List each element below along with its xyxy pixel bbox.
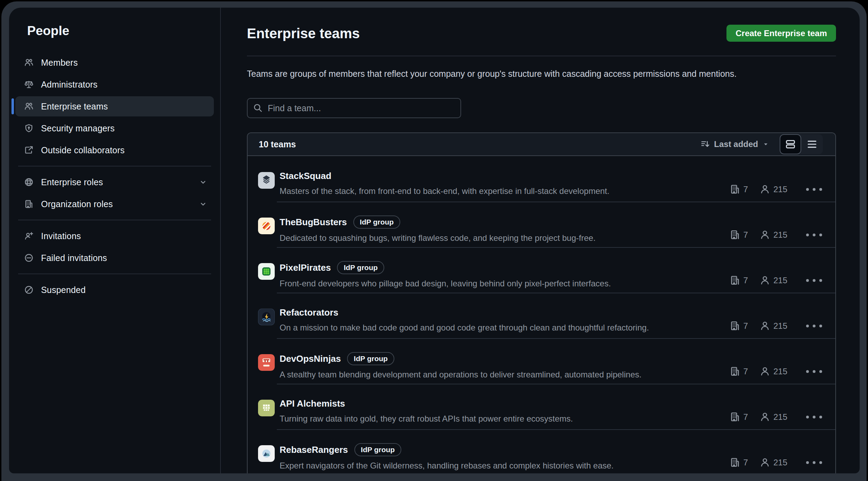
team-row: StackSquad Masters of the stack, from fr… xyxy=(248,156,835,202)
team-row: PixelPirates IdP group Front-end develop… xyxy=(248,247,835,293)
team-avatar xyxy=(258,400,275,416)
kebab-menu-button[interactable] xyxy=(805,368,823,375)
team-name[interactable]: TheBugBusters xyxy=(280,216,347,228)
rows-view-icon xyxy=(785,139,796,149)
sidebar-divider xyxy=(18,166,211,166)
person-icon xyxy=(760,184,770,194)
team-avatar xyxy=(258,354,275,371)
organization-icon xyxy=(730,366,740,376)
app-content: People Members Administrators Enterprise… xyxy=(9,8,860,473)
kebab-menu-button[interactable] xyxy=(805,323,823,329)
team-description: On a mission to make bad code good and g… xyxy=(280,323,649,333)
shield-lock-icon xyxy=(24,124,33,133)
team-description: Turning raw data into gold, they craft r… xyxy=(280,414,573,424)
sort-descending-icon xyxy=(701,140,710,149)
org-count: 7 xyxy=(730,321,748,331)
triangle-down-icon xyxy=(762,141,769,148)
organization-icon xyxy=(730,275,740,285)
search-icon xyxy=(253,103,263,113)
sidebar-item-security-managers[interactable]: Security managers xyxy=(15,118,214,138)
sidebar-item-invitations[interactable]: Invitations xyxy=(15,226,214,246)
teams-card-header: 10 teams Last added xyxy=(248,133,835,156)
main-panel: Enterprise teams Create Enterprise team … xyxy=(221,8,860,473)
person-icon xyxy=(760,275,770,285)
sidebar-item-failed-invitations[interactable]: Failed invitations xyxy=(15,248,214,268)
view-toggle xyxy=(780,134,823,154)
list-view-button[interactable] xyxy=(801,134,823,154)
sidebar-item-label: Enterprise teams xyxy=(41,101,108,112)
sidebar-item-label: Suspended xyxy=(41,285,86,295)
team-description: Front-end developers who pillage bad des… xyxy=(280,278,611,289)
member-count: 215 xyxy=(760,412,787,422)
team-row: Refactorators On a mission to make bad c… xyxy=(248,293,835,338)
rows-view-button[interactable] xyxy=(780,134,801,154)
team-avatar xyxy=(258,445,275,462)
member-count: 215 xyxy=(760,275,787,285)
team-name[interactable]: DevOpsNinjas xyxy=(280,353,341,365)
team-name[interactable]: RebaseRangers xyxy=(280,444,348,456)
idp-group-badge: IdP group xyxy=(353,215,401,229)
sidebar-item-label: Enterprise roles xyxy=(41,177,103,187)
people-icon xyxy=(24,58,33,67)
member-count: 215 xyxy=(760,321,787,331)
sort-button[interactable]: Last added xyxy=(701,139,769,149)
person-icon xyxy=(760,230,770,240)
organization-icon xyxy=(730,321,740,331)
header-divider xyxy=(247,56,836,56)
sidebar-item-suspended[interactable]: Suspended xyxy=(15,280,214,300)
member-count: 215 xyxy=(760,184,787,194)
team-name[interactable]: StackSquad xyxy=(280,170,331,182)
org-count: 7 xyxy=(730,230,748,240)
sort-label: Last added xyxy=(714,139,758,149)
blocked-icon xyxy=(24,253,33,262)
member-count: 215 xyxy=(760,366,787,376)
team-avatar xyxy=(258,218,275,234)
sidebar-item-administrators[interactable]: Administrators xyxy=(15,74,214,95)
law-icon xyxy=(24,80,33,89)
idp-group-badge: IdP group xyxy=(337,261,384,274)
sidebar-item-organization-roles[interactable]: Organization roles xyxy=(15,194,214,214)
organization-icon xyxy=(730,412,740,422)
list-view-icon xyxy=(807,139,817,149)
sidebar-item-label: Organization roles xyxy=(41,199,113,209)
idp-group-badge: IdP group xyxy=(354,443,402,456)
kebab-menu-button[interactable] xyxy=(805,186,823,193)
team-row: TheBugBusters IdP group Dedicated to squ… xyxy=(248,202,835,247)
sidebar-item-label: Security managers xyxy=(41,123,115,133)
create-enterprise-team-button[interactable]: Create Enterprise team xyxy=(726,25,836,42)
team-avatar xyxy=(258,172,275,189)
member-count: 215 xyxy=(760,457,787,467)
sidebar-item-outside-collaborators[interactable]: Outside collaborators xyxy=(15,140,214,160)
team-avatar xyxy=(258,263,275,280)
sidebar-divider xyxy=(18,274,211,274)
team-description: Dedicated to squashing bugs, writing fla… xyxy=(280,233,596,243)
sidebar-item-label: Outside collaborators xyxy=(41,145,124,155)
sidebar-item-members[interactable]: Members xyxy=(15,52,214,73)
org-count: 7 xyxy=(730,412,748,422)
team-description: A stealthy team blending development and… xyxy=(280,369,642,380)
team-name[interactable]: API Alchemists xyxy=(280,398,345,409)
organization-icon xyxy=(24,199,33,209)
teams-card: 10 teams Last added xyxy=(247,132,836,473)
people-icon xyxy=(24,102,33,111)
sidebar-item-label: Administrators xyxy=(41,80,98,90)
sidebar-divider xyxy=(18,220,211,220)
kebab-menu-button[interactable] xyxy=(805,277,823,284)
member-count: 215 xyxy=(760,230,787,240)
sidebar-item-label: Members xyxy=(41,58,78,68)
person-icon xyxy=(760,412,770,422)
org-count: 7 xyxy=(730,457,748,467)
team-name[interactable]: PixelPirates xyxy=(280,262,331,274)
search-input[interactable] xyxy=(247,98,461,118)
kebab-menu-button[interactable] xyxy=(805,414,823,421)
org-count: 7 xyxy=(730,275,748,285)
page-title: Enterprise teams xyxy=(247,25,360,42)
org-count: 7 xyxy=(730,184,748,194)
sidebar-item-enterprise-roles[interactable]: Enterprise roles xyxy=(15,172,214,192)
sidebar-item-enterprise-teams[interactable]: Enterprise teams xyxy=(15,96,214,116)
team-avatar xyxy=(258,309,275,325)
team-name[interactable]: Refactorators xyxy=(280,307,338,318)
kebab-menu-button[interactable] xyxy=(805,231,823,238)
kebab-menu-button[interactable] xyxy=(805,459,823,466)
circle-slash-icon xyxy=(24,285,33,294)
